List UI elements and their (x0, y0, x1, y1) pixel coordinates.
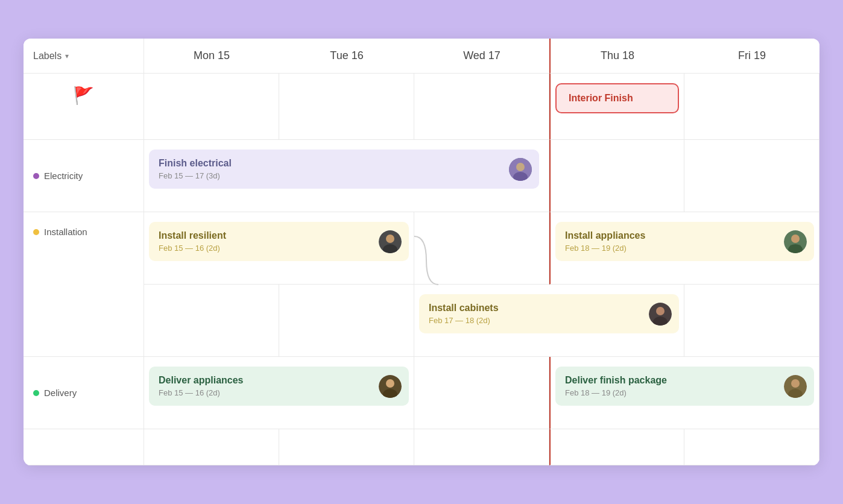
task-deliver-appliances-avatar (379, 375, 402, 398)
install-row2-mon (144, 285, 279, 357)
task-interior-finish-title: Interior Finish (569, 93, 666, 104)
svg-point-7 (791, 235, 800, 243)
task-deliver-appliances-date: Feb 15 — 16 (2d) (159, 388, 399, 397)
install-row2-tue (279, 285, 414, 357)
calendar-container: Labels ▾ Mon 15 Tue 16 Wed 17 Thu 18 Fri… (24, 39, 819, 465)
header-wed: Wed 17 (414, 39, 549, 74)
install-resilient-wed (414, 212, 549, 285)
calendar-grid: Labels ▾ Mon 15 Tue 16 Wed 17 Thu 18 Fri… (24, 39, 819, 465)
svg-point-1 (516, 163, 525, 171)
install-appliances-cell: Install appliances Feb 18 — 19 (2d) (549, 212, 819, 285)
flag-row-wed (414, 74, 549, 140)
task-install-appliances-date: Feb 18 — 19 (2d) (565, 244, 804, 253)
svg-point-17 (791, 379, 800, 388)
task-deliver-finish-avatar (784, 375, 807, 398)
task-install-resilient-date: Feb 15 — 16 (2d) (159, 244, 399, 253)
bottom-wed (414, 429, 549, 465)
delivery-label-cell: Delivery (24, 357, 144, 429)
chevron-down-icon: ▾ (65, 52, 69, 60)
header-fri: Fri 19 (684, 39, 819, 74)
deliver-appliances-cell: Deliver appliances Feb 15 — 16 (2d) (144, 357, 414, 429)
task-install-resilient-avatar (379, 230, 402, 253)
task-finish-electrical-date: Feb 15 — 17 (3d) (159, 171, 529, 180)
header-mon: Mon 15 (144, 39, 279, 74)
task-install-appliances[interactable]: Install appliances Feb 18 — 19 (2d) (555, 222, 814, 261)
flag-icon: 🚩 (73, 86, 94, 106)
task-install-appliances-avatar (784, 230, 807, 253)
labels-header[interactable]: Labels ▾ (24, 39, 144, 74)
task-finish-electrical-avatar (509, 158, 532, 181)
task-finish-electrical-title: Finish electrical (159, 158, 529, 169)
task-install-resilient[interactable]: Install resilient Feb 15 — 16 (2d) (149, 222, 409, 261)
electricity-label-text: Electricity (44, 171, 83, 181)
electricity-dot (33, 173, 39, 179)
svg-point-14 (386, 379, 394, 388)
task-install-cabinets-date: Feb 17 — 18 (2d) (429, 316, 669, 325)
electricity-row-thu (549, 140, 684, 212)
task-install-cabinets-avatar (649, 303, 672, 326)
bottom-fri (684, 429, 819, 465)
header-thu: Thu 18 (549, 39, 684, 74)
header-tue: Tue 16 (279, 39, 414, 74)
flag-row-mon (144, 74, 279, 140)
installation-label-cell: Installation (24, 212, 144, 357)
deliver-row-wed (414, 357, 549, 429)
task-install-cabinets-title: Install cabinets (429, 303, 669, 313)
installation-dot (33, 229, 39, 235)
flag-label-cell: 🚩 (24, 74, 144, 140)
install-row2-fri (684, 285, 819, 357)
task-deliver-finish-date: Feb 18 — 19 (2d) (565, 388, 804, 397)
svg-point-4 (386, 235, 394, 243)
task-deliver-appliances[interactable]: Deliver appliances Feb 15 — 16 (2d) (149, 367, 409, 406)
install-resilient-cell: Install resilient Feb 15 — 16 (2d) (144, 212, 414, 285)
task-finish-electrical[interactable]: Finish electrical Feb 15 — 17 (3d) (149, 150, 539, 189)
deliver-finish-cell: Deliver finish package Feb 18 — 19 (2d) (549, 357, 819, 429)
delivery-label-text: Delivery (44, 388, 77, 398)
flag-row-thu: Interior Finish (549, 74, 684, 140)
install-cabinets-cell: Install cabinets Feb 17 — 18 (2d) (414, 285, 684, 357)
svg-point-11 (656, 307, 665, 315)
bottom-label (24, 429, 144, 465)
bottom-thu (549, 429, 684, 465)
bottom-mon (144, 429, 279, 465)
task-deliver-finish[interactable]: Deliver finish package Feb 18 — 19 (2d) (555, 367, 814, 406)
installation-label-text: Installation (44, 227, 87, 237)
electricity-label-cell: Electricity (24, 140, 144, 212)
flag-row-tue (279, 74, 414, 140)
bottom-tue (279, 429, 414, 465)
task-install-appliances-title: Install appliances (565, 230, 804, 241)
electricity-row-fri (684, 140, 819, 212)
labels-text: Labels (33, 51, 62, 61)
task-deliver-finish-title: Deliver finish package (565, 375, 804, 386)
flag-row-fri (684, 74, 819, 140)
task-interior-finish[interactable]: Interior Finish (555, 83, 679, 113)
task-install-cabinets[interactable]: Install cabinets Feb 17 — 18 (2d) (419, 294, 679, 333)
task-install-resilient-title: Install resilient (159, 230, 399, 241)
electricity-row-mon: Finish electrical Feb 15 — 17 (3d) (144, 140, 549, 212)
task-deliver-appliances-title: Deliver appliances (159, 375, 399, 386)
delivery-dot (33, 390, 39, 396)
